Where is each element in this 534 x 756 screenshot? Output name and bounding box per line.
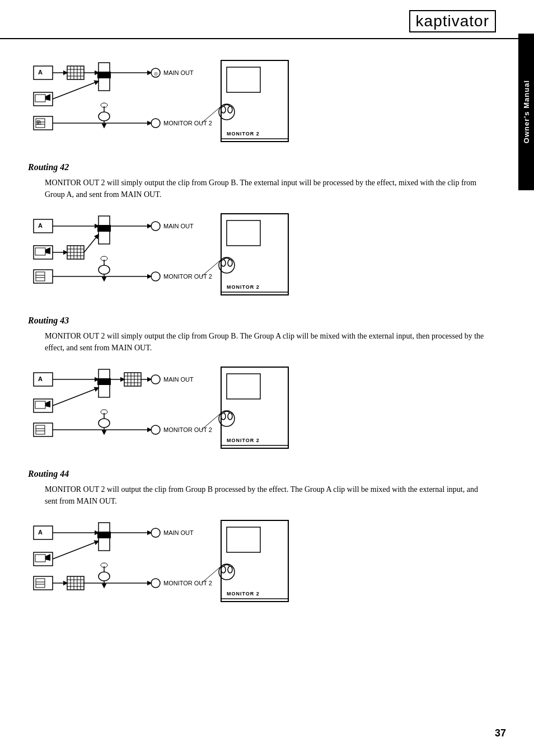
svg-text:MONITOR 2: MONITOR 2	[227, 438, 260, 443]
diagram-41-svg: A ◎	[28, 56, 341, 145]
svg-point-78	[228, 260, 232, 266]
svg-rect-13	[97, 72, 111, 78]
svg-line-62	[84, 234, 99, 252]
svg-point-97	[151, 375, 160, 384]
svg-rect-122	[34, 526, 53, 539]
svg-text:MAIN OUT: MAIN OUT	[163, 529, 194, 536]
svg-rect-126	[97, 532, 111, 538]
svg-line-133	[53, 541, 99, 559]
svg-rect-34	[221, 60, 288, 142]
routing-44-desc: MONITOR OUT 2 will output the clip from …	[45, 483, 490, 507]
svg-point-158	[228, 566, 232, 573]
routing-43-desc: MONITOR OUT 2 will simply output the cli…	[45, 330, 490, 354]
svg-rect-155	[227, 527, 260, 552]
diagram-42: A MAIN OUT	[28, 209, 490, 299]
svg-rect-74	[221, 214, 288, 295]
svg-point-118	[228, 413, 232, 420]
svg-text:MONITOR 2: MONITOR 2	[227, 591, 260, 597]
routing-44-title: Routing 44	[28, 469, 490, 479]
svg-point-128	[151, 528, 160, 537]
logo: kaptivator	[409, 10, 496, 32]
svg-text:MONITOR OUT 2: MONITOR OUT 2	[163, 426, 212, 433]
svg-point-37	[221, 106, 226, 113]
diagram-42-svg: A MAIN OUT	[28, 209, 341, 299]
svg-text:MAIN OUT: MAIN OUT	[163, 223, 194, 229]
routing-43-title: Routing 43	[28, 316, 490, 326]
svg-text:MONITOR 2: MONITOR 2	[227, 284, 260, 290]
main-content: A ◎	[0, 39, 518, 633]
svg-point-77	[221, 260, 226, 266]
svg-point-38	[228, 106, 232, 113]
svg-line-102	[53, 388, 99, 406]
svg-marker-132	[45, 554, 50, 561]
svg-marker-101	[45, 401, 50, 407]
svg-text:MONITOR OUT 2: MONITOR OUT 2	[163, 580, 212, 586]
svg-text:MONITOR 2: MONITOR 2	[227, 131, 260, 137]
svg-rect-42	[34, 219, 53, 233]
svg-point-72	[151, 272, 160, 281]
svg-rect-100	[35, 401, 45, 408]
diagram-43-svg: A MAIN OUT	[28, 363, 341, 452]
svg-point-22	[99, 112, 110, 121]
svg-point-112	[151, 425, 160, 434]
svg-rect-108	[36, 425, 45, 434]
routing-42-title: Routing 42	[28, 162, 490, 172]
svg-text:A: A	[38, 222, 43, 229]
svg-text:MONITOR OUT 2: MONITOR OUT 2	[163, 120, 212, 126]
svg-rect-82	[34, 373, 53, 386]
svg-text:🖹: 🖹	[36, 120, 41, 126]
svg-text:A: A	[38, 69, 43, 76]
svg-text:MAIN OUT: MAIN OUT	[163, 376, 194, 383]
svg-rect-114	[221, 367, 288, 448]
svg-rect-35	[227, 67, 260, 92]
routing-section-41: A ◎	[28, 56, 490, 145]
svg-line-21	[53, 81, 99, 99]
diagram-44-svg: A MAIN OUT	[28, 516, 341, 605]
svg-rect-115	[227, 374, 260, 399]
svg-marker-20	[45, 94, 50, 101]
svg-text:◎: ◎	[154, 71, 158, 76]
side-tab-label: Owner's Manual	[522, 80, 531, 143]
svg-rect-139	[36, 579, 45, 588]
svg-text:A: A	[38, 375, 43, 382]
svg-rect-0	[34, 66, 53, 79]
svg-text:MONITOR OUT 2: MONITOR OUT 2	[163, 273, 212, 280]
svg-rect-46	[97, 225, 111, 232]
svg-point-134	[99, 572, 110, 581]
svg-point-32	[151, 119, 160, 128]
svg-point-152	[151, 579, 160, 588]
svg-rect-75	[227, 220, 260, 246]
svg-point-157	[221, 566, 226, 573]
routing-section-43: Routing 43 MONITOR OUT 2 will simply out…	[28, 316, 490, 452]
routing-section-44: Routing 44 MONITOR OUT 2 will output the…	[28, 469, 490, 605]
svg-marker-52	[45, 247, 50, 254]
svg-text:MAIN OUT: MAIN OUT	[163, 69, 194, 76]
page-number: 37	[495, 727, 506, 739]
svg-point-48	[151, 222, 160, 231]
svg-point-103	[99, 419, 110, 428]
svg-point-117	[221, 413, 226, 420]
side-tab: Owner's Manual	[518, 34, 534, 190]
svg-rect-68	[36, 272, 45, 281]
svg-rect-51	[35, 248, 45, 255]
routing-section-42: Routing 42 MONITOR OUT 2 will simply out…	[28, 162, 490, 299]
svg-point-63	[99, 265, 110, 274]
header: kaptivator	[0, 0, 518, 39]
diagram-44: A MAIN OUT	[28, 516, 490, 605]
diagram-43: A MAIN OUT	[28, 363, 490, 452]
svg-rect-131	[35, 555, 45, 562]
diagram-41: A ◎	[28, 56, 490, 145]
svg-rect-154	[221, 520, 288, 602]
svg-rect-19	[35, 95, 45, 102]
routing-42-desc: MONITOR OUT 2 will simply output the cli…	[45, 177, 490, 200]
svg-rect-86	[97, 378, 111, 385]
svg-text:A: A	[38, 529, 43, 536]
